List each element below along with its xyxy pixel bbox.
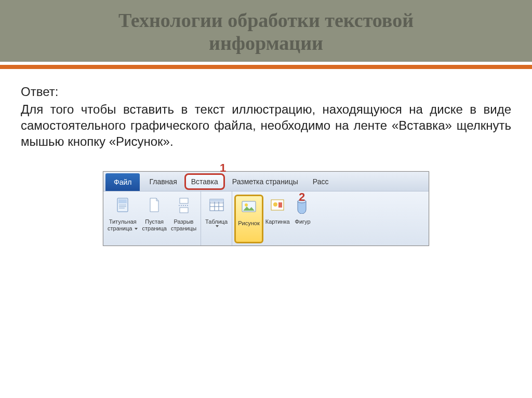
clipart-icon [269, 197, 286, 214]
svg-rect-6 [180, 208, 188, 213]
callout-2: 2 [299, 190, 305, 204]
clipart-button[interactable]: Картинка [263, 195, 292, 242]
svg-point-17 [273, 202, 277, 207]
tab-home[interactable]: Главная [142, 172, 184, 191]
tab-file[interactable]: Файл [105, 173, 140, 191]
tab-insert[interactable]: Вставка [184, 173, 225, 190]
cover-page-label-1: Титульная [109, 218, 137, 225]
group-pages: Титульная страница Пустая страница Разры… [103, 191, 201, 245]
picture-icon [240, 198, 258, 216]
dropdown-icon [216, 225, 219, 227]
page-break-button[interactable]: Разрыв страницы [169, 195, 198, 242]
cover-page-label-2: страница [108, 225, 132, 231]
tab-page-layout[interactable]: Разметка страницы [225, 172, 305, 191]
slide-title: Технологии обработки текстовой информаци… [0, 9, 532, 54]
tab-mailings[interactable]: Расс [305, 172, 336, 191]
group-tables: Таблица [201, 191, 232, 245]
table-button[interactable]: Таблица [203, 195, 230, 242]
page-break-label-2: страницы [171, 225, 196, 232]
callout-1: 1 [220, 161, 226, 175]
answer-text: Для того чтобы вставить в текст иллюстра… [21, 101, 511, 150]
cover-page-icon [114, 197, 131, 214]
svg-rect-13 [210, 199, 223, 202]
title-line-1: Технологии обработки текстовой [118, 9, 414, 31]
picture-button[interactable]: Рисунок [234, 195, 263, 243]
svg-rect-1 [118, 199, 127, 203]
blank-page-label-2: страница [142, 225, 166, 232]
picture-label: Рисунок [238, 220, 260, 227]
table-label: Таблица [205, 218, 228, 225]
table-icon [208, 197, 225, 214]
blank-page-label-1: Пустая [145, 218, 164, 225]
blank-page-icon [145, 197, 163, 214]
answer-label: Ответ: [21, 84, 511, 100]
shapes-label: Фигур [295, 218, 311, 225]
word-ribbon: 1 Файл Главная Вставка Разметка страницы… [103, 171, 429, 246]
svg-point-15 [245, 203, 248, 207]
blank-page-button[interactable]: Пустая страница [140, 195, 168, 242]
page-break-label-1: Разрыв [174, 218, 194, 225]
divider-bar [0, 65, 532, 69]
page-break-icon [175, 197, 193, 214]
cover-page-button[interactable]: Титульная страница [105, 195, 140, 242]
title-line-2: информации [209, 32, 323, 54]
slide-header: Технологии обработки текстовой информаци… [0, 0, 532, 62]
svg-rect-18 [278, 202, 282, 208]
slide-content: Ответ: Для того чтобы вставить в текст и… [0, 69, 532, 246]
svg-rect-5 [180, 198, 188, 203]
ribbon-tabs-row: 1 Файл Главная Вставка Разметка страницы… [103, 172, 429, 191]
clipart-label: Картинка [265, 218, 290, 225]
ribbon-body: 2 Титульная страница Пустая страница [103, 191, 429, 245]
dropdown-icon [135, 228, 138, 230]
